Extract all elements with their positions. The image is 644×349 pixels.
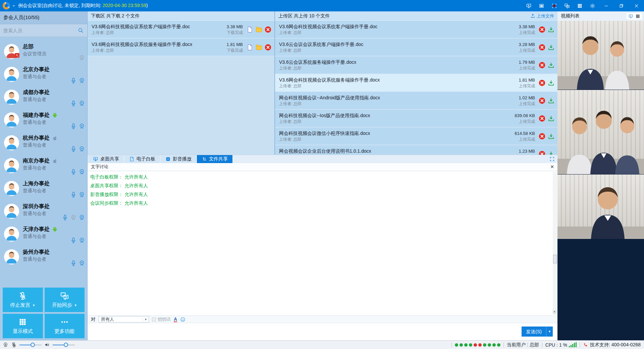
download-file-icon[interactable] xyxy=(547,44,555,51)
delete-file-icon[interactable] xyxy=(538,44,546,51)
close-button[interactable] xyxy=(629,0,644,11)
stop-speaking-button[interactable]: 停止发言▼ xyxy=(3,288,43,312)
delete-file-icon[interactable] xyxy=(538,61,546,69)
upload-file-row[interactable]: 网会科技视频会议--Android版产品使用指南.docx 上传者: 总部 1.… xyxy=(275,92,557,110)
participant-row[interactable]: 总部 会议管理员 xyxy=(0,41,87,64)
window-mode-icon[interactable] xyxy=(535,0,548,11)
webcam-icon[interactable] xyxy=(78,168,85,175)
download-file-icon[interactable] xyxy=(547,133,555,140)
participant-row[interactable]: 北京办事处 普通与会者 xyxy=(0,64,87,87)
microphone-icon[interactable] xyxy=(70,77,77,84)
video-thumbnail[interactable] xyxy=(557,174,644,239)
video-thumbnail[interactable] xyxy=(557,21,644,90)
search-input[interactable] xyxy=(3,28,77,33)
microphone-icon[interactable] xyxy=(70,100,77,107)
webcam-icon[interactable] xyxy=(78,100,85,107)
participant-row[interactable]: 深圳办事处 普通与会者 xyxy=(0,201,87,223)
send-options-caret[interactable]: ▼ xyxy=(546,327,553,337)
upload-file-row[interactable]: 网会科技视频会议微信小程序快速指南.docx 上传者: 总部 614.58 KB… xyxy=(275,128,557,145)
start-sync-button[interactable]: 开始同步▼ xyxy=(45,288,85,312)
expand-icon[interactable] xyxy=(549,155,555,163)
send-button[interactable]: 发送(S) xyxy=(522,327,546,337)
download-file-icon[interactable] xyxy=(547,115,555,122)
microphone-icon[interactable] xyxy=(70,168,77,175)
download-file-icon[interactable] xyxy=(547,97,555,104)
select-caret-icon[interactable]: ▼ xyxy=(143,318,149,321)
tab-desktop-share[interactable]: 桌面共享 xyxy=(88,155,124,163)
minimize-button[interactable] xyxy=(599,0,614,11)
layout-grid-icon[interactable] xyxy=(573,0,586,11)
download-file-row[interactable]: V3.6网会科技视频会议系统服务端操作手册.docx 上传者: 总部 1.81 … xyxy=(88,39,274,56)
tab-whiteboard[interactable]: 电子白板 xyxy=(124,155,161,163)
webcam-icon[interactable] xyxy=(78,260,85,266)
microphone-icon[interactable] xyxy=(70,260,77,266)
webcam-icon[interactable] xyxy=(78,214,85,221)
send-to-select[interactable]: 所有人▼ xyxy=(99,316,149,322)
settings-gear-icon[interactable] xyxy=(586,0,599,11)
speaker-icon[interactable] xyxy=(44,342,50,348)
open-file-icon[interactable] xyxy=(246,26,254,33)
delete-file-icon[interactable] xyxy=(538,97,546,104)
upload-file-button[interactable]: 上传文件 xyxy=(530,13,554,19)
delete-file-icon[interactable] xyxy=(264,26,272,33)
webcam-icon[interactable] xyxy=(78,237,85,244)
open-folder-icon[interactable] xyxy=(255,26,263,33)
microphone-icon[interactable] xyxy=(70,146,77,152)
webcam-icon[interactable] xyxy=(78,77,85,84)
whisper-checkbox[interactable] xyxy=(152,317,156,321)
participant-row[interactable]: 上海办事处 普通与会者 xyxy=(0,178,87,201)
video-layout-icon[interactable] xyxy=(635,14,640,19)
webcam-off-icon[interactable] xyxy=(78,54,85,61)
tab-media-play[interactable]: 影音播放 xyxy=(161,155,197,163)
sync-screens-icon[interactable] xyxy=(560,0,573,11)
tab-file-share[interactable]: 文件共享 xyxy=(197,155,233,163)
chat-input-area[interactable]: 发送(S) ▼ xyxy=(88,323,557,340)
download-file-icon[interactable] xyxy=(547,79,555,87)
open-file-icon[interactable] xyxy=(246,44,254,51)
dropdown-caret[interactable]: ▼ xyxy=(74,304,77,307)
webcam-status-icon[interactable] xyxy=(3,342,8,348)
screen-share-icon[interactable] xyxy=(522,0,535,11)
participant-row[interactable]: 杭州办事处 普通与会者 xyxy=(0,132,87,155)
record-icon[interactable] xyxy=(548,0,560,11)
open-folder-icon[interactable] xyxy=(255,44,263,51)
microphone-icon[interactable] xyxy=(70,237,77,244)
download-file-row[interactable]: V3.6网会科技视频会议系统客户端操作手册.doc 上传者: 总部 3.38 M… xyxy=(88,21,274,39)
delete-file-icon[interactable] xyxy=(538,79,546,87)
mic-volume-slider[interactable] xyxy=(19,343,42,347)
upload-file-row[interactable]: V3.6云会议会议系统客户端操作手册.doc 上传者: 总部 3.28 MB 上… xyxy=(275,39,557,56)
emoji-icon[interactable] xyxy=(180,317,185,322)
dropdown-caret[interactable]: ▼ xyxy=(32,304,35,307)
mic-muted-status-icon[interactable] xyxy=(11,342,17,348)
participant-row[interactable]: 福建办事处 普通与会者 xyxy=(0,109,87,132)
participant-row[interactable]: 南京办事处 普通与会者 xyxy=(0,155,87,178)
webcam-icon[interactable] xyxy=(78,123,85,130)
microphone-icon[interactable] xyxy=(70,123,77,130)
delete-file-icon[interactable] xyxy=(264,44,272,51)
upload-file-row[interactable]: V3.6网会科技视频会议系统客户端操作手册.doc 上传者: 总部 3.38 M… xyxy=(275,21,557,39)
microphone-icon[interactable] xyxy=(62,214,68,221)
delete-file-icon[interactable] xyxy=(538,115,546,122)
display-mode-button[interactable]: 显示模式 xyxy=(3,314,43,338)
font-color-button[interactable]: A xyxy=(174,317,177,322)
participant-row[interactable]: 扬州办事处 普通与会者 xyxy=(0,246,87,269)
chat-close-icon[interactable]: ✕ xyxy=(550,164,554,169)
more-functions-button[interactable]: 更多功能 xyxy=(45,314,85,338)
maximize-button[interactable] xyxy=(614,0,629,11)
webcam-off-icon[interactable] xyxy=(70,214,77,221)
webcam-icon[interactable] xyxy=(78,191,85,198)
microphone-icon[interactable] xyxy=(70,191,77,198)
delete-file-icon[interactable] xyxy=(538,133,546,140)
upload-file-row[interactable]: V3.6云会议系统服务端操作手册.docx 上传者: 总部 1.79 MB 上传… xyxy=(275,56,557,74)
webcam-icon[interactable] xyxy=(78,146,85,152)
download-file-icon[interactable] xyxy=(547,61,555,69)
participant-row[interactable]: 天津办事处 普通与会者 xyxy=(0,223,87,246)
search-icon[interactable] xyxy=(77,27,84,34)
delete-file-icon[interactable] xyxy=(538,26,546,33)
chat-scrollbar[interactable]: ▼ xyxy=(553,172,557,315)
upload-file-row[interactable]: V3.6网会科技视频会议系统服务端操作手册.docx 上传者: 总部 1.81 … xyxy=(275,74,557,92)
video-thumbnail[interactable] xyxy=(557,90,644,174)
participant-row[interactable]: 成都办事处 普通与会者 xyxy=(0,87,87,109)
download-file-icon[interactable] xyxy=(547,26,555,33)
upload-file-row[interactable]: 网会科技视频会议--Ios版产品使用指南.docx 上传者: 总部 839.08… xyxy=(275,110,557,128)
